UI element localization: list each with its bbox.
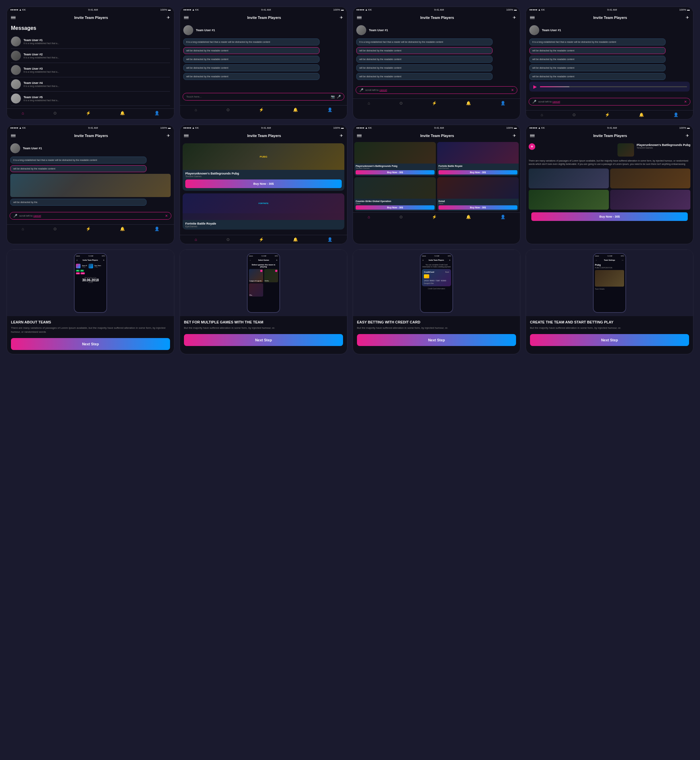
play-button[interactable]: ▶: [532, 84, 538, 89]
bell-nav-icon[interactable]: 🔔: [466, 215, 471, 219]
send-icon[interactable]: ✈: [513, 15, 516, 20]
audio-progress-bar[interactable]: [540, 86, 687, 87]
home-nav-icon[interactable]: ⌂: [367, 215, 370, 219]
mic-icon[interactable]: 🎤: [337, 95, 341, 99]
bell-nav-icon[interactable]: 🔔: [120, 227, 125, 231]
home-nav-icon[interactable]: ⌂: [195, 237, 197, 242]
next-step-button-2[interactable]: Next Step: [184, 334, 343, 346]
menu-icon[interactable]: [530, 16, 534, 19]
next-step-button-3[interactable]: Next Step: [357, 334, 516, 346]
voice-cancel-bar-3[interactable]: 🎤 scroll left to cancel ✕: [9, 212, 171, 219]
shop-grid-fortnite[interactable]: Fortnite Battle Royale EpicGames Buy Now…: [437, 142, 519, 176]
list-item[interactable]: Team User #5 It is a long established fa…: [11, 92, 170, 106]
menu-icon[interactable]: [357, 134, 362, 137]
profile-nav-icon[interactable]: 👤: [327, 108, 333, 112]
bell-nav-icon[interactable]: 🔔: [293, 108, 298, 112]
send-icon[interactable]: ✈: [686, 133, 689, 138]
profile-nav-icon[interactable]: 👤: [155, 227, 159, 231]
mini-cc-header: CreditCard Bank: [424, 271, 449, 273]
buy-dota-button[interactable]: Buy Now - 30$: [439, 205, 517, 210]
team-nav-icon[interactable]: ⚡: [86, 111, 91, 116]
profile-nav-icon[interactable]: 👤: [327, 237, 333, 242]
chat-input-bar[interactable]: 📷 🎤: [183, 93, 344, 100]
send-icon[interactable]: ✈: [686, 15, 689, 20]
list-item[interactable]: Team User #1 It is a long established fa…: [11, 34, 170, 49]
home-nav-icon[interactable]: ⌂: [367, 101, 370, 105]
home-nav-icon[interactable]: ⌂: [22, 227, 24, 231]
next-step-button-1[interactable]: Next Step: [11, 338, 170, 350]
home-nav-icon[interactable]: ⌂: [195, 108, 197, 112]
chat-input[interactable]: [186, 95, 329, 98]
buy-fortnite2-button[interactable]: Buy Now - 30$: [439, 170, 517, 174]
shop-grid-csgo[interactable]: Counter-Strike Global Operation Valve Bu…: [354, 177, 436, 211]
team-nav-icon[interactable]: ⚡: [86, 227, 91, 231]
cancel-link-2[interactable]: cancel: [553, 100, 560, 103]
menu-icon[interactable]: [530, 134, 534, 137]
bell-nav-icon[interactable]: 🔔: [639, 113, 644, 117]
menu-icon[interactable]: [184, 16, 189, 19]
send-icon[interactable]: ✈: [167, 133, 170, 138]
send-icon[interactable]: ✈: [340, 15, 343, 20]
list-item[interactable]: Team User #3 It is a long established fa…: [11, 63, 170, 77]
menu-icon[interactable]: [11, 16, 16, 19]
profile-nav-icon[interactable]: 👤: [155, 111, 159, 116]
mini-stats-row: Win Win: [76, 270, 105, 272]
add-icon[interactable]: +: [529, 143, 535, 150]
shop-grid-pubg[interactable]: Playerunknown's Battlegrounds Pubg Tence…: [354, 142, 436, 176]
team-nav-icon[interactable]: ⚡: [259, 108, 264, 112]
search-nav-icon[interactable]: ⊙: [53, 227, 57, 231]
send-icon[interactable]: ✈: [513, 133, 516, 138]
shop-card-pubg[interactable]: PUBG Playerunknown's Battlegrounds Pubg …: [183, 143, 344, 191]
phone-chat-voice-cancel-2: ●●●●●▲KK 9:41 AM 100%▬ Invite Team Playe…: [526, 7, 693, 119]
voice-cancel-bar[interactable]: 🎤 scroll left to cancel ✕: [356, 86, 517, 94]
bell-nav-icon[interactable]: 🔔: [466, 101, 471, 105]
shop-card-fortnite[interactable]: FORTNITE Fortnite Battle Royale EpicGame…: [183, 193, 344, 230]
team-nav-icon[interactable]: ⚡: [605, 113, 610, 117]
search-nav-icon[interactable]: ⊙: [227, 237, 230, 242]
search-nav-icon[interactable]: ⊙: [399, 101, 403, 105]
tutorial-bottom-1: LEARN ABOUT TEAMS There are many variati…: [7, 316, 174, 354]
status-left: ●●●●●▲KK: [10, 126, 26, 129]
user-name: Team User #5: [23, 96, 59, 99]
buy-csgo-button[interactable]: Buy Now - 30$: [356, 205, 434, 210]
mini-more-icon: ⋯: [622, 259, 623, 261]
bell-nav-icon[interactable]: 🔔: [120, 111, 125, 116]
buy-pubg-button[interactable]: Buy Now - 30$: [185, 179, 342, 188]
mini-stats: Win Win Loss Loss: [76, 270, 105, 274]
close-icon-3[interactable]: ✕: [165, 214, 168, 218]
close-icon-2[interactable]: ✕: [684, 100, 687, 103]
profile-nav-icon[interactable]: 👤: [500, 101, 505, 105]
voice-cancel-bar-2[interactable]: 🎤 scroll left to cancel ✕: [529, 98, 691, 105]
profile-nav-icon[interactable]: 👤: [673, 113, 678, 117]
close-icon[interactable]: ✕: [511, 88, 514, 92]
send-icon[interactable]: ✈: [340, 133, 343, 138]
home-nav-icon[interactable]: ⌂: [541, 113, 543, 117]
team-nav-icon[interactable]: ⚡: [432, 101, 437, 105]
search-nav-icon[interactable]: ⊙: [227, 108, 230, 112]
menu-icon[interactable]: [184, 134, 189, 137]
cancel-link[interactable]: cancel: [380, 89, 387, 92]
list-item[interactable]: Team User #2 It is a long established fa…: [11, 49, 170, 63]
mini-time: 9:41 AM: [261, 255, 267, 257]
camera-icon[interactable]: 📷: [331, 95, 335, 99]
profile-nav-icon[interactable]: 👤: [500, 215, 505, 219]
menu-icon[interactable]: [357, 16, 362, 19]
menu-icon[interactable]: [11, 134, 16, 137]
input-area: 📷 🎤: [180, 93, 347, 105]
detail-info: Playerunknown's Battlegrounds Pubg Tence…: [637, 143, 691, 149]
team-nav-icon[interactable]: ⚡: [259, 237, 264, 242]
buy-detail-button[interactable]: Buy Now - 30$: [531, 212, 688, 221]
team-nav-icon[interactable]: ⚡: [432, 215, 437, 219]
home-nav-icon[interactable]: ⌂: [22, 111, 24, 116]
shop-grid-dota[interactable]: Dota2 Valve Buy Now - 30$: [437, 177, 519, 211]
phone-chat-image: ●●●●●▲KK 9:41 AM 100%▬ Invite Team Playe…: [7, 125, 174, 244]
search-nav-icon[interactable]: ⊙: [572, 113, 576, 117]
search-nav-icon[interactable]: ⊙: [53, 111, 57, 116]
buy-pubg2-button[interactable]: Buy Now - 30$: [356, 170, 434, 174]
search-nav-icon[interactable]: ⊙: [399, 215, 403, 219]
next-step-button-4[interactable]: Next Step: [530, 334, 689, 346]
cancel-link-3[interactable]: cancel: [33, 214, 41, 217]
list-item[interactable]: Team User #4 It is a long established fa…: [11, 77, 170, 92]
bell-nav-icon[interactable]: 🔔: [293, 237, 298, 242]
send-icon[interactable]: ✈: [167, 15, 170, 20]
